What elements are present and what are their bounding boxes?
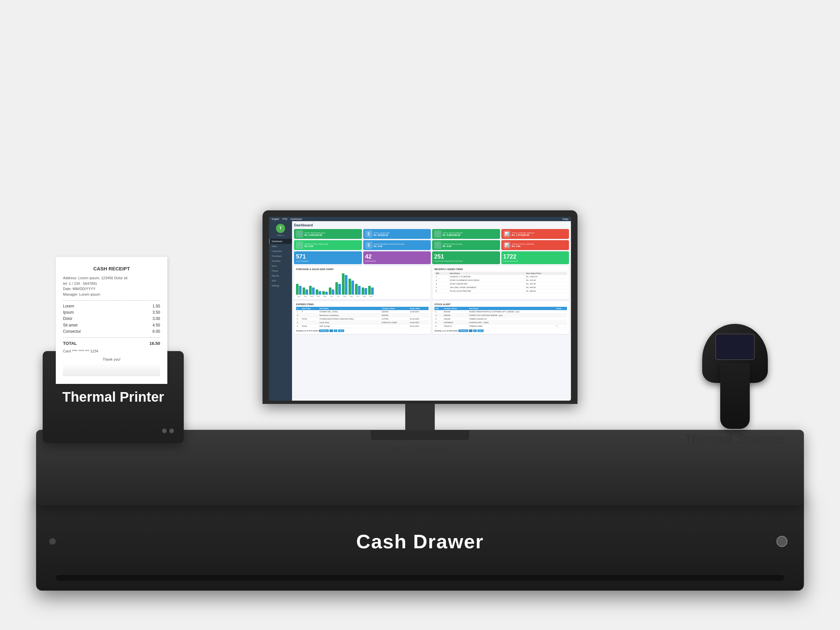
bar-purchase-feb <box>303 287 305 295</box>
col-item-name: Item Name <box>448 272 525 275</box>
page-2-btn[interactable]: 2 <box>334 330 337 332</box>
stat-text-4: TOTAL EXPENSE AMOUNT Rs. 1,373,622.63 <box>512 232 535 236</box>
bar-purchase-jun <box>329 287 332 295</box>
recently-added-row: 1ACNECE C 10 SERUMRs. 2,664.45 <box>434 275 567 279</box>
thermal-printer-label: Thermal Printer <box>62 389 164 405</box>
sidebar-item-items[interactable]: Items <box>269 264 292 268</box>
stock-pagination: Showing 1 to 5 of 248 entries Previous 1… <box>434 330 567 332</box>
bar-sales-feb <box>305 289 308 295</box>
recently-added-table: S/N Item Name Item Sales Price 1ACNECE C… <box>434 272 567 293</box>
bar-purchase-may <box>322 291 325 295</box>
expired-pagination: Showing 1 to 5 of 24 entries Previous 1 … <box>296 330 428 332</box>
sidebar-item-purchases[interactable]: Purchases <box>269 254 292 259</box>
sidebar-item-settings[interactable]: Settings <box>269 283 292 288</box>
receipt-item-1: Lorem 1.50 <box>63 303 160 309</box>
chart-label-oct: Oct <box>355 295 361 297</box>
scanner-lens <box>715 334 755 360</box>
bar-group-jun <box>329 287 334 295</box>
stat-icon-8: 📊 <box>503 242 510 249</box>
bar-chart <box>296 272 428 295</box>
chart-label-jun: Jun <box>329 295 334 297</box>
bar-group-apr <box>316 289 321 295</box>
stat-sales-due: $ TOTAL SALES DUE Rs. 55,616.00 <box>363 229 431 239</box>
stock-alert-row: 5TABLETSTRIMANI (4589)1 <box>434 325 567 328</box>
next-btn[interactable]: Next <box>338 330 344 332</box>
expired-items-box: EXPIRED ITEMS # Item Code Item Name Cate… <box>294 301 431 334</box>
pos-topbar: English POS Dashboard Today <box>269 217 571 221</box>
bar-group-mar <box>309 286 315 295</box>
sidebar-item-sms[interactable]: SMS <box>269 278 292 283</box>
bar-purchase-dec <box>368 286 371 295</box>
stat-icon-1: 🛒 <box>296 231 303 238</box>
monitor-screen: English POS Dashboard Today T Today Li D… <box>269 217 571 401</box>
topbar-pos[interactable]: POS <box>283 218 287 220</box>
cash-drawer: Cash Drawer <box>36 492 804 591</box>
bottom-tables-row: EXPIRED ITEMS # Item Code Item Name Cate… <box>294 301 569 334</box>
sidebar-item-places[interactable]: Places <box>269 268 292 273</box>
bar-group-feb <box>303 287 308 295</box>
receipt-divider-bottom <box>63 337 160 338</box>
receipt-item-3: Dolor 3.00 <box>63 316 160 322</box>
expired-items-title: EXPIRED ITEMS <box>296 303 428 305</box>
pos-monitor: English POS Dashboard Today T Today Li D… <box>262 210 578 456</box>
count-categories: 251 CATEGORY/BRANDS/ INVOICE <box>432 251 500 264</box>
sidebar-item-reports[interactable]: Reports <box>269 273 292 278</box>
stat-text-5: TODAYS TOTAL PURCHASE Rs. 0.00 <box>305 243 328 248</box>
stat-icon-4: 📊 <box>503 231 510 238</box>
expired-item-row: 1FVITAMIN TRE...ETING...SERUM13-08-2024 <box>296 310 428 314</box>
stat-today-payment: $ TODAY PAYMENT RECEIVED/SALES Rs. 0.00 <box>363 240 431 250</box>
chart-label-aug: Aug <box>342 295 347 297</box>
recently-added-box: RECENTLY ADDED ITEMS S/N Item Name Item … <box>433 266 569 299</box>
monitor-bezel: English POS Dashboard Today T Today Li D… <box>262 210 578 404</box>
sidebar-item-sales[interactable]: Sales <box>269 244 292 249</box>
prev-btn[interactable]: Previous <box>319 330 328 332</box>
stat-text-8: TODAYS TOTAL EXPENSE Rs. 0.00 <box>512 243 534 248</box>
stock-alert-row: 2SERUMPUREST EYE CONTOUR SERUM - (ton) <box>434 314 567 317</box>
stock-page-2-btn[interactable]: 2 <box>473 330 477 332</box>
bar-group-may <box>322 291 328 295</box>
bar-sales-may <box>325 292 328 295</box>
recently-added-title: RECENTLY ADDED ITEMS <box>434 268 567 270</box>
scanner-body <box>689 324 781 429</box>
sidebar-item-customers[interactable]: Customers <box>269 249 292 254</box>
count-cards: 571 CUSTOMERS 42 SUPPLIERS 251 CATEGORY/… <box>294 251 569 264</box>
topbar-language[interactable]: English <box>272 218 279 220</box>
cash-receipt: CASH RECEIPT Address: Lorem ipsum, 12345… <box>56 257 167 384</box>
sidebar-item-dashboard[interactable]: Dashboard <box>269 239 292 244</box>
sidebar-avatar: T <box>276 224 285 233</box>
charts-row: PURCHASE & SALES BAR CHART JanFebMarAprM… <box>294 266 569 299</box>
bar-purchase-aug <box>342 273 344 295</box>
printer-dot-2 <box>169 428 174 433</box>
sidebar-item-transfers[interactable]: Transfers <box>269 259 292 264</box>
pos-sidebar: T Today Li Dashboard Sales Customers Pur… <box>269 221 292 401</box>
receipt-card-info: Card **** **** *** 1234 <box>63 349 160 354</box>
stock-prev-btn[interactable]: Previous <box>458 330 468 332</box>
col-sn: S/N <box>434 272 448 275</box>
bar-group-sep <box>349 279 354 295</box>
stock-alert-box: STOCK ALERT S/N Category Name Item Name … <box>433 301 569 334</box>
stat-text-6: TODAY PAYMENT RECEIVED/SALES Rs. 0.00 <box>374 243 404 248</box>
bar-sales-mar <box>312 287 315 295</box>
monitor-stand-neck <box>405 404 435 430</box>
topbar-left: English POS Dashboard <box>272 218 302 220</box>
stock-alert-row: 4OINTMENTHYDROD OINT - (1500) <box>434 321 567 325</box>
topbar-dashboard-link[interactable]: Dashboard <box>291 218 302 220</box>
cash-drawer-slot <box>56 575 784 581</box>
stats-row-2: 🛒 TODAYS TOTAL PURCHASE Rs. 0.00 $ TODAY… <box>294 240 569 250</box>
scanner-handle <box>720 363 750 429</box>
chart-label-jan: Jan <box>296 295 302 297</box>
chart-label-may: May <box>322 295 328 297</box>
stat-text-3: TOTAL SALES AMOUNT Rs. 5,839,290.00 <box>443 232 463 236</box>
printer-indicator-dots <box>162 428 174 433</box>
stat-text-2: TOTAL SALES DUE Rs. 55,616.00 <box>374 232 390 236</box>
stock-page-1-btn[interactable]: 1 <box>469 330 472 332</box>
bar-purchase-apr <box>316 289 318 295</box>
bar-group-oct <box>355 284 361 295</box>
page-1-btn[interactable]: 1 <box>330 330 333 332</box>
bar-sales-apr <box>319 291 321 295</box>
bar-chart-title: PURCHASE & SALES BAR CHART <box>296 268 428 270</box>
stat-today-purchase: 🛒 TODAYS TOTAL PURCHASE Rs. 0.00 <box>294 240 362 250</box>
barcode-scanner: Thermal Scanner <box>673 324 797 446</box>
count-customers: 571 CUSTOMERS <box>294 251 362 264</box>
stock-next-btn[interactable]: Next <box>477 330 484 332</box>
